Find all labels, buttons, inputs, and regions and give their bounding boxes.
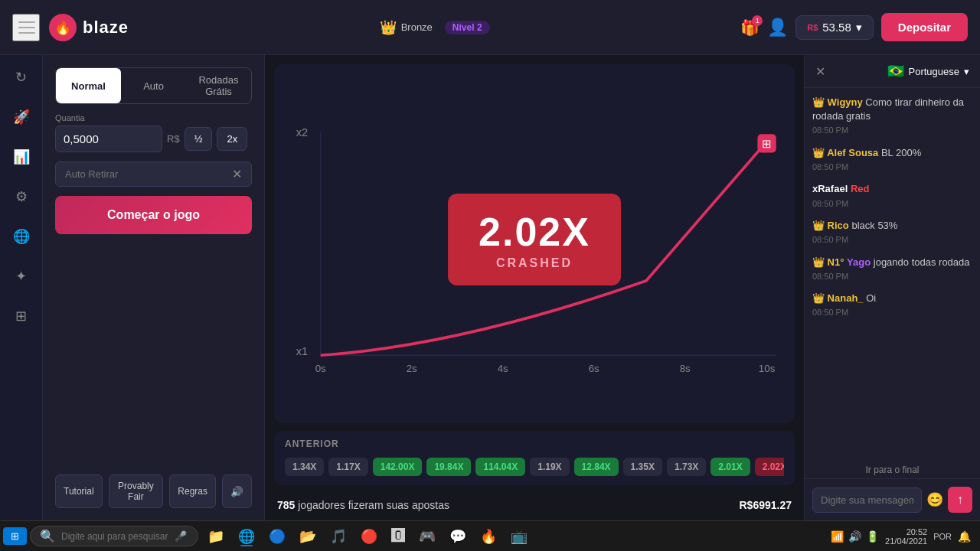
taskbar-app-netflix[interactable]: 📺	[505, 525, 534, 548]
taskbar-app-opera[interactable]: 🅾	[385, 525, 411, 548]
svg-text:10s: 10s	[759, 363, 776, 374]
search-icon: 🔍	[40, 529, 55, 543]
chip-1.17X[interactable]: 1.17X	[328, 458, 368, 476]
time-display: 20:52	[885, 527, 927, 536]
blaze-logo-icon: 🔥	[49, 14, 77, 41]
auto-retirar-row: ✕	[55, 161, 252, 187]
bronze-label: Bronze	[401, 21, 433, 33]
sound-icon: 🔊	[848, 530, 861, 543]
sidebar-icons: ↻ 🚀 📊 ⚙ 🌐 ✦ ⊞	[0, 55, 43, 520]
chat-header: ✕ 🇧🇷 Portuguese ▾	[805, 55, 980, 88]
chip-19.84X[interactable]: 19.84X	[426, 458, 471, 476]
chip-1.35X[interactable]: 1.35X	[623, 458, 662, 476]
sidebar-icon-chart[interactable]: 📊	[8, 144, 34, 170]
go-to-end[interactable]: Ir para o final	[805, 461, 980, 478]
svg-text:x2: x2	[296, 126, 308, 139]
svg-text:4s: 4s	[498, 363, 508, 374]
balance-currency: R$	[807, 23, 818, 32]
deposit-button[interactable]: Depositar	[881, 13, 968, 41]
bottom-stats: 785 jogadores fizeram suas apostas R$699…	[274, 493, 795, 511]
chip-1.73X[interactable]: 1.73X	[667, 458, 706, 476]
notifications-button[interactable]: 🎁 1	[740, 18, 760, 37]
quantity-input-row: R$ ½ 2x	[55, 126, 252, 152]
start-button[interactable]: ⊞	[3, 527, 27, 545]
svg-text:🔥: 🔥	[54, 19, 72, 36]
crash-chart: x2 x1 0s 2s 4s 6s 8s 10s ⊞ 2.02X CRASHED	[274, 64, 795, 423]
sidebar-icon-settings[interactable]: ⚙	[8, 184, 34, 210]
rules-button[interactable]: Regras	[169, 474, 216, 508]
half-button[interactable]: ½	[185, 127, 213, 151]
chip-2.01X[interactable]: 2.01X	[710, 458, 750, 476]
taskbar-app-whatsapp[interactable]: 💬	[443, 525, 472, 548]
chip-142.00X[interactable]: 142.00X	[373, 458, 423, 476]
lang-label: Portuguese	[909, 66, 960, 77]
auto-retirar-close[interactable]: ✕	[232, 167, 242, 181]
chat-input[interactable]	[812, 487, 922, 513]
sidebar-icon-refresh[interactable]: ↻	[8, 64, 34, 90]
chip-114.04X[interactable]: 114.04X	[475, 458, 525, 476]
tab-auto[interactable]: Auto	[121, 68, 186, 103]
chip-2.02X[interactable]: 2.02X	[755, 458, 784, 476]
menu-button[interactable]	[12, 14, 40, 41]
crash-display: 2.02X CRASHED	[448, 194, 621, 285]
chat-message: 👑 Nanah_ Oi08:50 PM	[812, 292, 972, 319]
currency-label: R$	[167, 133, 180, 145]
flag-icon: 🇧🇷	[887, 63, 904, 80]
double-button[interactable]: 2x	[217, 127, 247, 151]
notification-center-icon[interactable]: 🔔	[958, 530, 971, 543]
taskbar-app-edge[interactable]: 🌐	[232, 525, 261, 548]
chat-message: 👑 Rico black 53%08:50 PM	[812, 219, 972, 246]
start-game-button[interactable]: Começar o jogo	[55, 196, 252, 234]
chat-message: 👑 Alef Sousa BL 200%08:50 PM	[812, 146, 972, 174]
taskbar-app-chrome[interactable]: 🔴	[354, 525, 384, 548]
chat-message: 👑 Wigyny Como tirar dinheiro da rodada g…	[812, 96, 972, 137]
taskbar-app-blaze[interactable]: 🔥	[474, 525, 503, 548]
chat-language-button[interactable]: 🇧🇷 Portuguese ▾	[887, 63, 970, 80]
taskbar-app-media[interactable]: 🎵	[324, 525, 353, 548]
taskbar-app-ie[interactable]: 🔵	[263, 525, 292, 548]
date-display: 21/04/2021	[885, 536, 927, 546]
main-content: ↻ 🚀 📊 ⚙ 🌐 ✦ ⊞ Normal Auto Rodadas Grátis…	[0, 55, 980, 520]
microphone-icon[interactable]: 🎤	[175, 530, 187, 542]
provably-fair-button[interactable]: Provably Fair	[109, 474, 164, 508]
svg-text:x1: x1	[296, 345, 308, 357]
crown-icon: 👑	[380, 19, 397, 36]
send-button[interactable]: ↑	[948, 487, 972, 513]
taskbar-search: 🔍 🎤	[30, 526, 198, 546]
user-profile-button[interactable]: 👤	[767, 18, 788, 37]
level-badge: Nível 2	[445, 21, 490, 34]
chat-message: 👑 N1° Yago jogando todas rodada08:50 PM	[812, 256, 972, 283]
svg-text:8s: 8s	[680, 363, 691, 374]
chat-close-button[interactable]: ✕	[815, 64, 825, 79]
players-count: 785	[277, 499, 295, 511]
taskbar: ⊞ 🔍 🎤 📁 🌐 🔵 📂 🎵 🔴 🅾 🎮 💬 🔥 📺 📶 🔊 🔋 20:52 …	[0, 520, 980, 551]
quantity-label: Quantia	[55, 113, 252, 122]
crash-label: CRASHED	[479, 256, 590, 270]
sidebar-icon-star[interactable]: ✦	[8, 263, 34, 289]
taskbar-app-file-explorer[interactable]: 📁	[201, 525, 230, 548]
emoji-button[interactable]: 😊	[926, 491, 943, 508]
sound-button[interactable]: 🔊	[222, 474, 252, 508]
topbar-right: 🎁 1 👤 R$ 53.58 ▾ Depositar	[740, 13, 968, 41]
sidebar-icon-grid[interactable]: ⊞	[8, 303, 34, 329]
taskbar-app-game[interactable]: 🎮	[413, 525, 442, 548]
tutorial-button[interactable]: Tutorial	[55, 474, 103, 508]
chip-12.84X[interactable]: 12.84X	[574, 458, 619, 476]
taskbar-apps: 📁 🌐 🔵 📂 🎵 🔴 🅾 🎮 💬 🔥 📺	[201, 525, 822, 548]
players-stats: 785 jogadores fizeram suas apostas	[277, 499, 449, 511]
tab-free-rounds[interactable]: Rodadas Grátis	[186, 68, 251, 103]
sidebar-icon-crash[interactable]: 🚀	[8, 104, 34, 130]
taskbar-app-explorer2[interactable]: 📂	[293, 525, 322, 548]
taskbar-search-input[interactable]	[61, 531, 168, 542]
tab-normal[interactable]: Normal	[56, 68, 121, 103]
sidebar-icon-planet[interactable]: 🌐	[8, 223, 34, 249]
players-text: jogadores	[298, 499, 348, 511]
total-amount: R$6991.27	[739, 499, 792, 511]
auto-retirar-input[interactable]	[65, 168, 232, 180]
svg-text:0s: 0s	[315, 363, 326, 374]
chip-1.19X[interactable]: 1.19X	[530, 458, 569, 476]
notif-count: 1	[752, 15, 763, 26]
balance-button[interactable]: R$ 53.58 ▾	[795, 15, 874, 40]
chip-1.34X[interactable]: 1.34X	[285, 458, 324, 476]
quantity-input[interactable]	[55, 126, 162, 152]
